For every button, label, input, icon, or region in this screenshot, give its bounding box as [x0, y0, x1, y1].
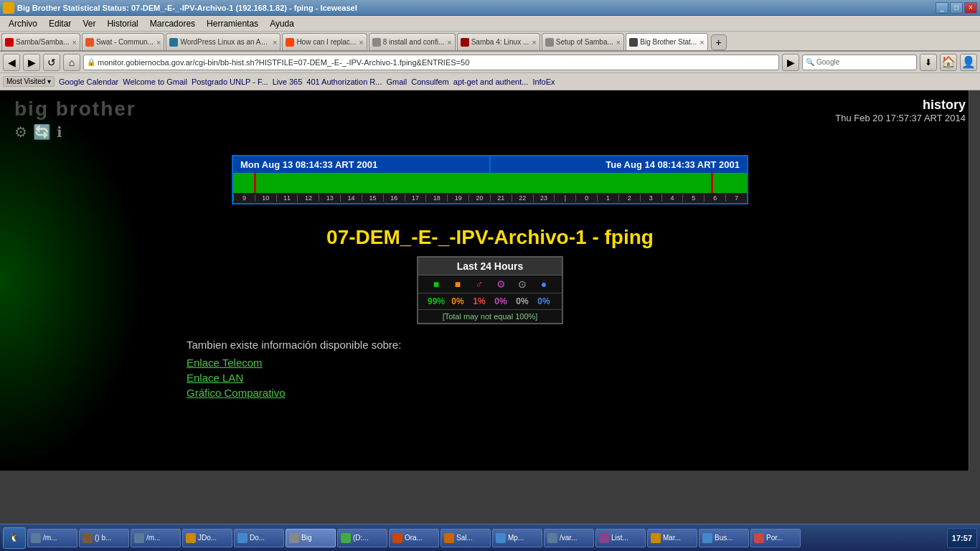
tab-close-6[interactable]: ×	[616, 38, 621, 47]
bookmark-8[interactable]: InfoEx	[532, 77, 555, 86]
tick-4: 13	[319, 194, 340, 202]
tick-2: 11	[276, 194, 298, 202]
menu-item-archivo[interactable]: Archivo	[3, 17, 43, 30]
tab-5[interactable]: Samba 4: Linux ...×	[457, 33, 540, 50]
taskbar-btn-icon-14	[754, 533, 764, 543]
bookmark-5[interactable]: Gmail	[386, 77, 407, 86]
history-bar: Mon Aug 13 08:14:33 ART 2001 Tue Aug 14 …	[232, 155, 748, 204]
go-button[interactable]: ▶	[782, 54, 799, 71]
taskbar-btn-label-8: Sal...	[456, 534, 473, 542]
menu-item-ayuda[interactable]: Ayuda	[264, 17, 300, 30]
taskbar-btn-0[interactable]: /m...	[27, 529, 77, 547]
most-visited-button[interactable]: Most Visited ▾	[3, 76, 55, 87]
taskbar-btn-8[interactable]: Sal...	[440, 529, 491, 547]
gear-icon[interactable]: ⚙	[14, 123, 27, 141]
tab-label-2: WordPress Linux as an Acti...	[180, 38, 270, 46]
tick-18: 2	[618, 194, 640, 202]
menu-item-herramientas[interactable]: Herramientas	[201, 17, 264, 30]
taskbar-btn-label-7: Ora...	[405, 534, 423, 542]
bookmark-0[interactable]: Google Calendar	[59, 77, 118, 86]
maximize-button[interactable]: □	[950, 2, 963, 14]
taskbar-btn-13[interactable]: Bus...	[699, 529, 749, 547]
taskbar-btn-10[interactable]: /var...	[544, 529, 594, 547]
taskbar-btn-icon-1	[83, 533, 93, 543]
tab-close-1[interactable]: ×	[156, 38, 161, 47]
tab-1[interactable]: Swat - Commun...×	[82, 33, 164, 50]
tick-19: 3	[640, 194, 661, 202]
bb-link-grafico[interactable]: Gráfico Comparativo	[187, 387, 980, 399]
taskbar-btn-1[interactable]: () b...	[79, 529, 129, 547]
tab-6[interactable]: Setup of Samba...×	[542, 33, 625, 50]
tick-1: 10	[255, 194, 276, 202]
taskbar-btn-12[interactable]: Mar...	[647, 529, 697, 547]
tray-area: 17:57	[947, 528, 977, 548]
stat-icon-blue: ●	[533, 278, 555, 290]
tab-close-7[interactable]: ×	[699, 38, 704, 47]
menu-item-historial[interactable]: Historial	[101, 17, 143, 30]
bookmarks-bar: Most Visited ▾Google CalendarWelcome to …	[0, 73, 980, 90]
scrollbar[interactable]	[969, 90, 980, 471]
taskbar-btn-2[interactable]: /m...	[131, 529, 181, 547]
minimize-button[interactable]: _	[936, 2, 948, 14]
close-button[interactable]: ×	[964, 2, 977, 14]
also-info-label: Tambien existe información disponible so…	[187, 339, 980, 351]
tab-favicon-0	[5, 38, 14, 47]
tab-close-2[interactable]: ×	[273, 38, 277, 47]
menu-item-ver[interactable]: Ver	[77, 17, 101, 30]
bookmark-4[interactable]: 401 Authorization R...	[306, 77, 382, 86]
stats-note: [Total may not equal 100%]	[418, 310, 562, 323]
stats-pct-row: 99% 0% 1% 0% 0% 0%	[418, 293, 562, 310]
home2-button[interactable]: 🏠	[940, 54, 957, 71]
forward-button[interactable]: ▶	[23, 54, 40, 71]
taskbar-btn-5[interactable]: Big	[286, 529, 336, 547]
tab-4[interactable]: 8 install and confi...×	[369, 33, 456, 50]
stat-pct-0b: 0%	[490, 296, 512, 306]
tab-2[interactable]: WordPress Linux as an Acti...×	[166, 33, 281, 50]
menu-item-marcadores[interactable]: Marcadores	[144, 17, 201, 30]
taskbar-btn-4[interactable]: Do...	[234, 529, 284, 547]
back-button[interactable]: ◀	[3, 54, 20, 71]
refresh-icon[interactable]: 🔄	[33, 123, 51, 141]
taskbar-btn-9[interactable]: Mp...	[492, 529, 542, 547]
tab-label-7: Big Brother Stat...	[640, 38, 697, 46]
bb-link-lan[interactable]: Enlace LAN	[187, 372, 980, 384]
tab-close-0[interactable]: ×	[72, 38, 76, 47]
tab-0[interactable]: Samba/Samba...×	[1, 33, 80, 50]
tab-close-5[interactable]: ×	[532, 38, 536, 47]
taskbar-btn-3[interactable]: JDo...	[182, 529, 232, 547]
stat-pct-0c: 0%	[512, 296, 533, 306]
reload-button[interactable]: ↺	[43, 54, 60, 71]
taskbar-btn-icon-12	[651, 533, 661, 543]
download-button[interactable]: ⬇	[920, 54, 937, 71]
stat-icon-orange: ■	[447, 278, 468, 290]
tick-22: 6	[704, 194, 725, 202]
bookmark-2[interactable]: Postgrado UNLP - F...	[192, 77, 268, 86]
taskbar-btn-label-4: Do...	[250, 534, 265, 542]
start-button[interactable]: 🐧	[3, 527, 26, 549]
tick-17: 1	[597, 194, 618, 202]
bookmark-6[interactable]: Consulfem	[411, 77, 449, 86]
taskbar-btn-14[interactable]: Por...	[750, 529, 801, 547]
new-tab-button[interactable]: +	[711, 34, 727, 50]
info-icon[interactable]: ℹ	[57, 123, 62, 141]
home-button[interactable]: ⌂	[63, 54, 80, 71]
search-bar[interactable]: 🔍 Google	[802, 55, 917, 70]
bookmark-3[interactable]: Live 365	[273, 77, 303, 86]
taskbar-btn-6[interactable]: (D:...	[337, 529, 387, 547]
taskbar-btn-7[interactable]: Ora...	[389, 529, 439, 547]
bookmark-7[interactable]: apt-get and authent...	[453, 77, 529, 86]
tab-3[interactable]: How can I replac...×	[282, 33, 367, 50]
history-graph	[233, 173, 747, 193]
url-bar[interactable]: 🔒 monitor.gobiernocba.gov.ar/cgi-bin/bb-…	[83, 55, 779, 70]
taskbar-btn-11[interactable]: List...	[595, 529, 646, 547]
menu-item-editar[interactable]: Editar	[43, 17, 77, 30]
bb-link-telecom[interactable]: Enlace Telecom	[187, 357, 980, 369]
user-button[interactable]: 👤	[960, 54, 977, 71]
tick-7: 16	[383, 194, 405, 202]
taskbar-btn-label-14: Por...	[766, 534, 783, 542]
bookmark-1[interactable]: Welcome to Gmail	[123, 77, 187, 86]
tab-close-3[interactable]: ×	[359, 38, 363, 47]
tab-close-4[interactable]: ×	[447, 38, 451, 47]
taskbar-btn-label-2: /m...	[146, 534, 160, 542]
tab-7[interactable]: Big Brother Stat...×	[626, 33, 707, 50]
